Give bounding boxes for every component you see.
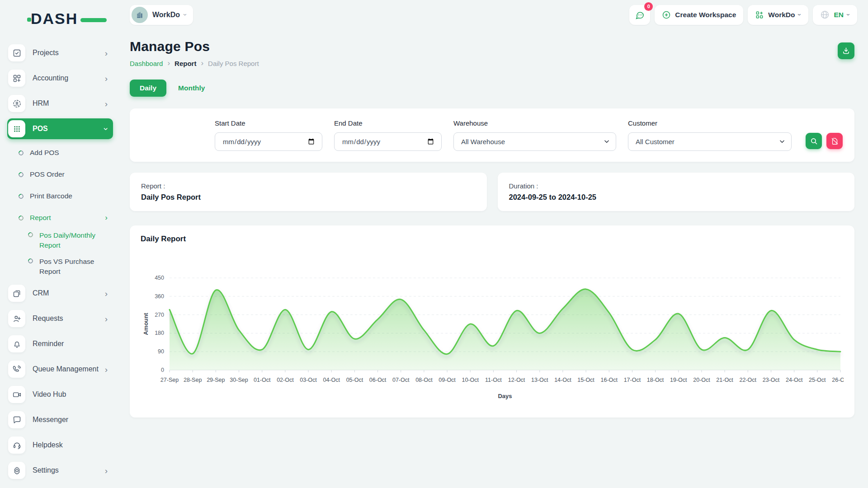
- sidebar: DASH Projects›Accounting›HRM›POS›Add POS…: [0, 0, 118, 488]
- sidebar-item-pos-order[interactable]: POS Order: [7, 165, 113, 183]
- reminder-icon: [8, 335, 25, 352]
- sidebar-item-video-hub[interactable]: Video Hub: [7, 384, 113, 405]
- daily-report-card: Daily Report 09018027036045027-Sep28-Sep…: [130, 225, 854, 418]
- svg-text:04-Oct: 04-Oct: [323, 377, 340, 383]
- breadcrumb: Dashboard › Report › Daily Pos Report: [130, 59, 259, 68]
- reset-filter-button[interactable]: [826, 133, 843, 149]
- helpdesk-icon: [8, 436, 25, 454]
- workspace-switcher[interactable]: WorkDo ›: [130, 5, 193, 25]
- start-date-label: Start Date: [215, 119, 322, 127]
- language-selector[interactable]: EN ›: [813, 5, 857, 25]
- sidebar-item-queue-management[interactable]: Queue Management›: [7, 359, 113, 380]
- end-date-input[interactable]: [334, 132, 442, 151]
- plus-circle-icon: [662, 10, 671, 19]
- sidebar-item-label: Helpdesk: [33, 441, 110, 449]
- svg-text:08-Oct: 08-Oct: [415, 377, 433, 383]
- logo-text: DASH: [31, 10, 78, 27]
- svg-text:19-Oct: 19-Oct: [670, 377, 687, 383]
- sidebar-item-settings[interactable]: Settings›: [7, 460, 113, 481]
- customer-field: Customer All Customer: [628, 119, 792, 151]
- dash-logo[interactable]: DASH: [31, 10, 99, 29]
- sidebar-item-label: Reminder: [33, 340, 110, 348]
- svg-text:17-Oct: 17-Oct: [624, 377, 641, 383]
- sidebar-item-messenger[interactable]: Messenger: [7, 409, 113, 430]
- sidebar-nav: Projects›Accounting›HRM›POS›Add POSPOS O…: [7, 42, 113, 481]
- chevron-right-icon: ›: [105, 99, 108, 108]
- bullet-icon: [18, 171, 24, 178]
- search-icon: [810, 137, 818, 145]
- chevron-right-icon: ›: [105, 213, 108, 222]
- grid-plus-icon: [755, 10, 764, 19]
- svg-text:28-Sep: 28-Sep: [184, 377, 202, 383]
- workspace-avatar: [132, 7, 148, 23]
- svg-text:12-Oct: 12-Oct: [508, 377, 525, 383]
- report-value: Daily Pos Report: [141, 193, 476, 202]
- bullet-icon: [27, 258, 34, 264]
- svg-text:29-Sep: 29-Sep: [207, 377, 225, 383]
- svg-text:450: 450: [155, 275, 164, 281]
- accounting-icon: [8, 70, 25, 87]
- sidebar-item-projects[interactable]: Projects›: [7, 42, 113, 63]
- bullet-icon: [18, 214, 24, 221]
- sidebar-item-pos-vs-purchase-report[interactable]: Pos VS Purchase Report: [7, 257, 113, 277]
- sidebar-item-accounting[interactable]: Accounting›: [7, 68, 113, 89]
- sidebar-item-pos[interactable]: POS›: [7, 118, 113, 139]
- svg-text:27-Sep: 27-Sep: [160, 377, 179, 383]
- sidebar-subitem-label: Pos Daily/Monthly Report: [39, 230, 107, 250]
- svg-text:20-Oct: 20-Oct: [693, 377, 710, 383]
- bullet-icon: [27, 231, 34, 238]
- tab-daily[interactable]: Daily: [130, 80, 166, 97]
- sidebar-item-requests[interactable]: Requests›: [7, 308, 113, 329]
- svg-text:02-Oct: 02-Oct: [277, 377, 294, 383]
- sidebar-item-label: POS: [33, 125, 105, 133]
- bullet-icon: [18, 192, 24, 199]
- svg-text:03-Oct: 03-Oct: [300, 377, 317, 383]
- svg-text:01-Oct: 01-Oct: [254, 377, 271, 383]
- svg-text:10-Oct: 10-Oct: [462, 377, 479, 383]
- tab-monthly[interactable]: Monthly: [178, 84, 205, 92]
- sidebar-item-helpdesk[interactable]: Helpdesk: [7, 435, 113, 455]
- sidebar-item-report[interactable]: Report›: [7, 209, 113, 227]
- app-menu-button[interactable]: WorkDo ›: [748, 5, 808, 25]
- logo-dot: [27, 18, 31, 22]
- sidebar-item-add-pos[interactable]: Add POS: [7, 144, 113, 162]
- sidebar-item-crm[interactable]: CRM›: [7, 283, 113, 304]
- breadcrumb-dashboard[interactable]: Dashboard: [130, 60, 163, 67]
- main-area: WorkDo › 0 Create Workspace WorkDo › EN …: [118, 0, 868, 488]
- messages-button[interactable]: 0: [629, 5, 650, 25]
- sidebar-subitem-label: POS Order: [30, 170, 65, 178]
- search-button[interactable]: [806, 133, 822, 149]
- globe-icon: [820, 10, 830, 19]
- crm-icon: [8, 285, 25, 302]
- sidebar-subitem-label: Add POS: [30, 149, 59, 157]
- page-title: Manage Pos: [130, 39, 259, 54]
- svg-text:06-Oct: 06-Oct: [369, 377, 387, 383]
- report-tabs: Daily Monthly: [130, 80, 854, 97]
- create-workspace-button[interactable]: Create Workspace: [655, 5, 743, 25]
- sidebar-subitem-label: Print Barcode: [30, 192, 72, 200]
- sidebar-item-print-barcode[interactable]: Print Barcode: [7, 187, 113, 205]
- svg-text:90: 90: [158, 348, 164, 355]
- warehouse-select[interactable]: All Warehouse: [453, 132, 616, 151]
- svg-text:23-Oct: 23-Oct: [763, 377, 780, 383]
- topbar-actions: 0 Create Workspace WorkDo › EN ›: [629, 5, 857, 25]
- sidebar-item-reminder[interactable]: Reminder: [7, 333, 113, 354]
- svg-text:11-Oct: 11-Oct: [485, 377, 502, 383]
- app-menu-label: WorkDo: [768, 11, 795, 19]
- topbar: WorkDo › 0 Create Workspace WorkDo › EN …: [118, 0, 868, 26]
- sidebar-item-pos-daily-monthly-report[interactable]: Pos Daily/Monthly Report: [7, 230, 113, 250]
- svg-text:16-Oct: 16-Oct: [601, 377, 618, 383]
- svg-text:30-Sep: 30-Sep: [230, 377, 248, 383]
- breadcrumb-current: Daily Pos Report: [208, 60, 259, 67]
- customer-select[interactable]: All Customer: [628, 132, 792, 151]
- download-button[interactable]: [838, 42, 854, 59]
- report-summary-card: Report : Daily Pos Report: [130, 173, 487, 211]
- svg-text:09-Oct: 09-Oct: [439, 377, 456, 383]
- sidebar-item-hrm[interactable]: HRM›: [7, 93, 113, 114]
- queue-icon: [8, 361, 25, 378]
- chevron-right-icon: ›: [105, 466, 108, 475]
- breadcrumb-report[interactable]: Report: [175, 60, 196, 67]
- svg-text:26-Oct: 26-Oct: [832, 377, 844, 383]
- start-date-input[interactable]: [215, 132, 322, 151]
- download-icon: [842, 47, 850, 55]
